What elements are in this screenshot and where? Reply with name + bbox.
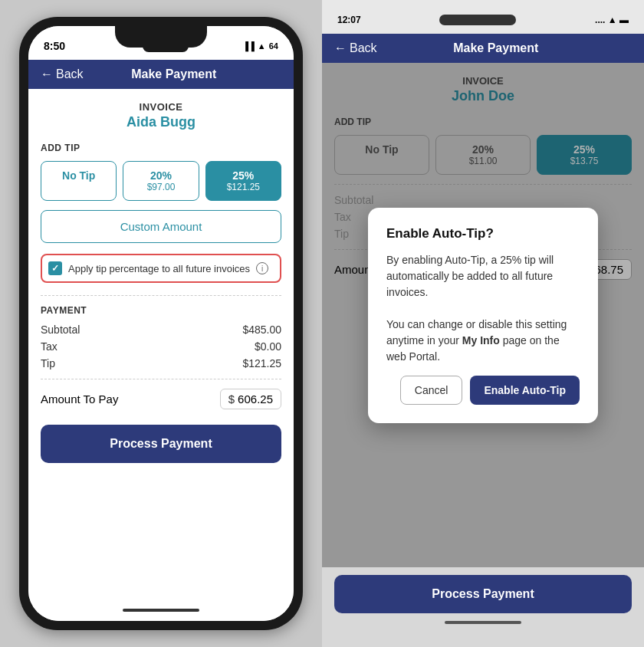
content-left: INVOICE Aida Bugg ADD TIP No Tip 20% $97… xyxy=(28,89,294,599)
nav-title-right: Make Payment xyxy=(383,41,609,55)
modal-confirm-button[interactable]: Enable Auto-Tip xyxy=(470,376,580,405)
tip-label: Tip xyxy=(41,357,55,369)
tip-buttons-left: No Tip 20% $97.00 25% $121.25 xyxy=(41,161,281,201)
dollar-sign: $ xyxy=(228,392,235,406)
left-phone: 8:50 ▐▐ ▲ 64 ← Back Make Payment xyxy=(0,0,322,647)
panel-content: INVOICE John Doe ADD TIP No Tip 20% $11.… xyxy=(322,63,644,567)
panel-home-bar xyxy=(445,621,521,624)
info-icon[interactable]: i xyxy=(256,262,268,274)
time-right: 12:07 xyxy=(337,15,361,25)
modal-cancel-button[interactable]: Cancel xyxy=(400,376,463,405)
process-payment-button-left[interactable]: Process Payment xyxy=(41,425,281,463)
battery-icon: 64 xyxy=(269,41,278,51)
tip-no-tip-label: No Tip xyxy=(44,169,113,182)
subtotal-value: $485.00 xyxy=(242,324,281,336)
home-bar-left xyxy=(123,609,199,612)
tip-value: $121.25 xyxy=(242,357,281,369)
tip-no-tip[interactable]: No Tip xyxy=(41,161,117,201)
status-icons-left: ▐▐ ▲ 64 xyxy=(242,41,278,51)
right-panel: 12:07 .... ▲ ▬ ← Back Make Payment INVOI… xyxy=(322,0,644,647)
subtotal-label: Subtotal xyxy=(41,324,80,336)
amount-to-pay-row: Amount To Pay $ 606.25 xyxy=(41,389,281,409)
amount-value: 606.25 xyxy=(238,392,273,406)
nav-bar-left: ← Back Make Payment xyxy=(28,60,294,89)
invoice-label-left: INVOICE xyxy=(41,101,281,113)
phone-inner-left: 8:50 ▐▐ ▲ 64 ← Back Make Payment xyxy=(28,26,294,621)
amount-input[interactable]: $ 606.25 xyxy=(220,389,281,409)
back-button-right[interactable]: ← Back xyxy=(334,41,377,55)
tip-row: Tip $121.25 xyxy=(41,357,281,369)
status-icons-right: .... ▲ ▬ xyxy=(595,15,629,25)
invoice-name-left: Aida Bugg xyxy=(41,114,281,130)
tip-20[interactable]: 20% $97.00 xyxy=(123,161,199,201)
tax-label: Tax xyxy=(41,340,58,353)
tip-25-amt: $121.25 xyxy=(209,182,278,192)
signal-icon: ▐▐ xyxy=(242,41,255,51)
modal-title: Enable Auto-Tip? xyxy=(386,226,580,241)
tip-25[interactable]: 25% $121.25 xyxy=(205,161,281,201)
amount-to-pay-label: Amount To Pay xyxy=(41,392,118,406)
modal-card: Enable Auto-Tip? By enabling Auto-Tip, a… xyxy=(368,208,598,423)
custom-amount-button[interactable]: Custom Amount xyxy=(41,210,281,243)
tip-20-pct: 20% xyxy=(127,169,195,182)
panel-home xyxy=(334,613,632,632)
invoice-section-left: INVOICE Aida Bugg xyxy=(41,101,281,130)
add-tip-label-left: ADD TIP xyxy=(41,143,281,153)
notch-left xyxy=(115,26,207,48)
auto-tip-label: Apply tip percentage to all future invoi… xyxy=(68,263,250,274)
tip-20-amt: $97.00 xyxy=(127,182,195,192)
subtotal-row: Subtotal $485.00 xyxy=(41,324,281,336)
back-label-left: Back xyxy=(56,67,84,81)
divider-1 xyxy=(41,295,281,296)
panel-bottom: Process Payment xyxy=(322,567,644,647)
divider-2 xyxy=(41,379,281,379)
phone-frame-left: 8:50 ▐▐ ▲ 64 ← Back Make Payment xyxy=(19,17,303,630)
tax-row: Tax $0.00 xyxy=(41,340,281,353)
modal-actions: Cancel Enable Auto-Tip xyxy=(386,376,580,405)
back-label-right: Back xyxy=(350,41,377,55)
time-left: 8:50 xyxy=(44,40,65,52)
modal-body-bold: My Info xyxy=(462,334,500,346)
auto-tip-checkbox-row: Apply tip percentage to all future invoi… xyxy=(41,254,281,283)
back-button-left[interactable]: ← Back xyxy=(41,67,84,81)
tax-value: $0.00 xyxy=(255,340,281,353)
process-payment-button-right[interactable]: Process Payment xyxy=(334,575,632,613)
nav-title-left: Make Payment xyxy=(90,67,258,81)
modal-overlay: Enable Auto-Tip? By enabling Auto-Tip, a… xyxy=(322,63,644,567)
back-arrow-icon-right: ← xyxy=(334,41,347,55)
dynamic-island-right xyxy=(439,15,516,25)
home-indicator-left xyxy=(28,599,294,621)
nav-bar-right: ← Back Make Payment xyxy=(322,34,644,63)
modal-body-1: By enabling Auto-Tip, a 25% tip will aut… xyxy=(386,254,554,298)
status-bar-right: 12:07 .... ▲ ▬ xyxy=(322,0,644,34)
auto-tip-checkbox[interactable] xyxy=(48,261,62,275)
wifi-icon: ▲ xyxy=(258,41,266,51)
payment-label-left: PAYMENT xyxy=(41,305,281,316)
back-arrow-icon: ← xyxy=(41,67,53,81)
tip-25-pct: 25% xyxy=(209,169,278,182)
modal-body: By enabling Auto-Tip, a 25% tip will aut… xyxy=(386,252,580,365)
